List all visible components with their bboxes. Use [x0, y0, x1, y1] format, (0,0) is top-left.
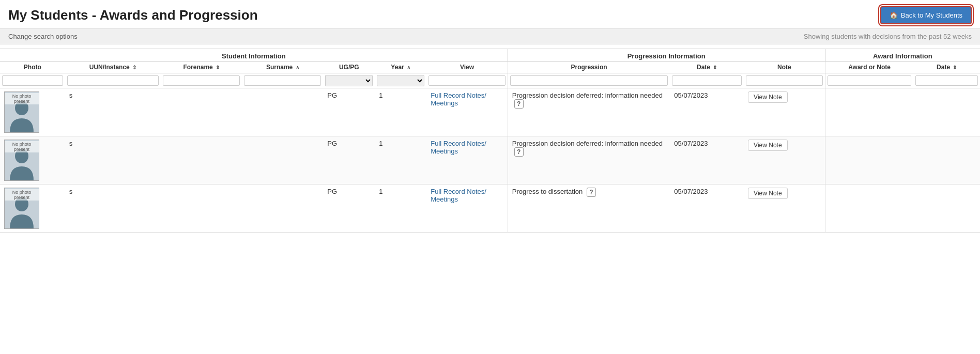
- filter-uun-input[interactable]: [67, 75, 159, 86]
- col-header-date-progression[interactable]: Date ⇕: [670, 61, 744, 73]
- question-badge-1[interactable]: ?: [514, 147, 524, 157]
- filter-row: UGPG 1234: [0, 73, 980, 88]
- view-link-0[interactable]: Full Record Notes/ Meetings: [431, 91, 486, 107]
- col-header-view: View: [426, 61, 508, 73]
- filter-surname-input[interactable]: [244, 75, 321, 86]
- filter-forename: [161, 73, 242, 88]
- cell-photo-1: No photo present: [0, 136, 65, 184]
- question-badge-0[interactable]: ?: [514, 99, 524, 109]
- filter-note-input[interactable]: [746, 75, 823, 86]
- view-link-2[interactable]: Full Record Notes/ Meetings: [431, 188, 486, 203]
- search-bar: Change search options Showing students w…: [0, 28, 980, 44]
- col-header-photo: Photo: [0, 61, 65, 73]
- filter-date: [670, 73, 744, 88]
- back-to-my-students-button[interactable]: 🏠 Back to My Students: [880, 6, 972, 24]
- date-sort-icon[interactable]: ⇕: [713, 65, 717, 70]
- cell-award-date-0: [913, 88, 980, 136]
- filter-progression-input[interactable]: [510, 75, 668, 86]
- cell-view-0: Full Record Notes/ Meetings: [426, 88, 508, 136]
- cell-ugpg-2: PG: [323, 184, 375, 233]
- award-date-sort-icon[interactable]: ⇕: [953, 65, 957, 70]
- view-link-1[interactable]: Full Record Notes/ Meetings: [431, 140, 486, 155]
- col-header-award-date[interactable]: Date ⇕: [913, 61, 980, 73]
- col-header-note: Note: [744, 61, 825, 73]
- no-photo-text-0: No photo present: [5, 93, 39, 104]
- col-header-uun[interactable]: UUN/Instance ⇕: [65, 61, 161, 73]
- col-header-surname[interactable]: Surname ∧: [242, 61, 323, 73]
- cell-date-1: 05/07/2023: [670, 136, 744, 184]
- back-button-label: Back to My Students: [901, 11, 962, 19]
- filter-photo: [0, 73, 65, 88]
- filter-view: [426, 73, 508, 88]
- filter-photo-input[interactable]: [2, 75, 63, 86]
- table-row: No photo present sPG1Full Record Notes/ …: [0, 88, 980, 136]
- cell-uun-1: s: [65, 136, 161, 184]
- view-note-button-0[interactable]: View Note: [748, 91, 787, 103]
- filter-ugpg: UGPG: [323, 73, 375, 88]
- cell-surname-0: [242, 88, 323, 136]
- filter-award-date: [913, 73, 980, 88]
- no-photo-text-2: No photo present: [5, 189, 39, 201]
- question-badge-2[interactable]: ?: [587, 188, 596, 197]
- table-row: No photo present sPG1Full Record Notes/ …: [0, 136, 980, 184]
- col-header-award-note: Award or Note: [825, 61, 913, 73]
- photo-placeholder-1: No photo present: [4, 140, 39, 181]
- cell-forename-1: [161, 136, 242, 184]
- back-icon: 🏠: [890, 11, 898, 19]
- view-note-button-1[interactable]: View Note: [748, 140, 787, 151]
- cell-note-1: View Note: [744, 136, 825, 184]
- column-header-row: Photo UUN/Instance ⇕ Forename ⇕ Surname …: [0, 61, 980, 73]
- filter-note: [744, 73, 825, 88]
- table-row: No photo present sPG1Full Record Notes/ …: [0, 184, 980, 233]
- cell-progression-1: Progression decision deferred: informati…: [508, 136, 670, 184]
- col-header-ugpg: UG/PG: [323, 61, 375, 73]
- cell-date-0: 05/07/2023: [670, 88, 744, 136]
- cell-award-date-1: [913, 136, 980, 184]
- students-table: Student Information Progression Informat…: [0, 49, 980, 233]
- students-table-wrapper: Student Information Progression Informat…: [0, 44, 980, 233]
- cell-view-2: Full Record Notes/ Meetings: [426, 184, 508, 233]
- filter-uun: [65, 73, 161, 88]
- view-note-button-2[interactable]: View Note: [748, 188, 787, 199]
- cell-year-0: 1: [375, 88, 426, 136]
- cell-photo-0: No photo present: [0, 88, 65, 136]
- cell-surname-2: [242, 184, 323, 233]
- cell-forename-0: [161, 88, 242, 136]
- filter-year: 1234: [375, 73, 426, 88]
- col-header-progression: Progression: [508, 61, 670, 73]
- cell-view-1: Full Record Notes/ Meetings: [426, 136, 508, 184]
- cell-ugpg-1: PG: [323, 136, 375, 184]
- cell-award-date-2: [913, 184, 980, 233]
- filter-award-note: [825, 73, 913, 88]
- cell-uun-2: s: [65, 184, 161, 233]
- filter-year-select[interactable]: 1234: [377, 75, 424, 86]
- cell-award-note-1: [825, 136, 913, 184]
- filter-forename-input[interactable]: [163, 75, 240, 86]
- forename-sort-icon[interactable]: ⇕: [216, 65, 220, 70]
- filter-view-input[interactable]: [428, 75, 506, 86]
- no-photo-text-1: No photo present: [5, 141, 39, 152]
- change-search-options-link[interactable]: Change search options: [8, 33, 78, 40]
- filter-surname: [242, 73, 323, 88]
- cell-progression-0: Progression decision deferred: informati…: [508, 88, 670, 136]
- student-info-section-header: Student Information: [0, 49, 508, 61]
- cell-note-0: View Note: [744, 88, 825, 136]
- cell-forename-2: [161, 184, 242, 233]
- col-header-forename[interactable]: Forename ⇕: [161, 61, 242, 73]
- cell-ugpg-0: PG: [323, 88, 375, 136]
- filter-date-input[interactable]: [672, 75, 742, 86]
- cell-year-2: 1: [375, 184, 426, 233]
- cell-award-note-0: [825, 88, 913, 136]
- surname-sort-icon[interactable]: ∧: [296, 65, 299, 70]
- filter-progression: [508, 73, 670, 88]
- filter-award-date-input[interactable]: [915, 75, 978, 86]
- uun-sort-icon[interactable]: ⇕: [132, 65, 136, 70]
- cell-year-1: 1: [375, 136, 426, 184]
- cell-surname-1: [242, 136, 323, 184]
- filter-ugpg-select[interactable]: UGPG: [325, 75, 373, 86]
- col-header-year[interactable]: Year ∧: [375, 61, 426, 73]
- cell-award-note-2: [825, 184, 913, 233]
- year-sort-icon[interactable]: ∧: [407, 65, 410, 70]
- filter-award-note-input[interactable]: [828, 75, 912, 86]
- table-body: No photo present sPG1Full Record Notes/ …: [0, 88, 980, 233]
